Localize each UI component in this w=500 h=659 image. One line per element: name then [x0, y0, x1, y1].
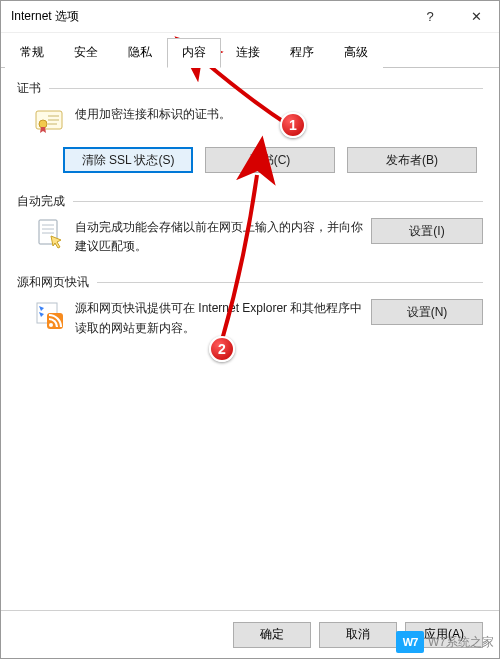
clear-ssl-button[interactable]: 清除 SSL 状态(S) — [63, 147, 193, 173]
titlebar: Internet 选项 ? ✕ — [1, 1, 499, 33]
divider — [73, 201, 483, 202]
help-button[interactable]: ? — [407, 1, 453, 33]
svg-point-1 — [39, 120, 47, 128]
group-title-certificates: 证书 — [17, 80, 41, 97]
window-title: Internet 选项 — [11, 8, 79, 25]
group-autocomplete: 自动完成 自动完成功能会存储以前在网页上输入的内容，并向你建议匹配项。 设置(I… — [17, 193, 483, 256]
tab-content[interactable]: 内容 — [167, 38, 221, 68]
cancel-button[interactable]: 取消 — [319, 622, 397, 648]
certificates-desc: 使用加密连接和标识的证书。 — [75, 105, 483, 124]
apply-button[interactable]: 应用(A) — [405, 622, 483, 648]
tab-privacy[interactable]: 隐私 — [113, 38, 167, 68]
autocomplete-icon — [33, 218, 65, 250]
tab-content-panel: 证书 使用加密连接和标识的证书。 清除 SSL 状态(S) 证书(C) 发布者(… — [1, 68, 499, 610]
tab-advanced[interactable]: 高级 — [329, 38, 383, 68]
divider — [97, 282, 483, 283]
group-feeds: 源和网页快讯 源和网页快讯提供可在 Internet Explorer 和其他程… — [17, 274, 483, 337]
svg-point-11 — [49, 323, 53, 327]
rss-icon — [33, 299, 65, 331]
close-button[interactable]: ✕ — [453, 1, 499, 33]
tab-security[interactable]: 安全 — [59, 38, 113, 68]
feeds-settings-button[interactable]: 设置(N) — [371, 299, 483, 325]
certificate-icon — [33, 105, 65, 137]
tab-programs[interactable]: 程序 — [275, 38, 329, 68]
group-certificates: 证书 使用加密连接和标识的证书。 清除 SSL 状态(S) 证书(C) 发布者(… — [17, 80, 483, 175]
publishers-button[interactable]: 发布者(B) — [347, 147, 477, 173]
certificates-button[interactable]: 证书(C) — [205, 147, 335, 173]
group-title-feeds: 源和网页快讯 — [17, 274, 89, 291]
dialog-footer: 确定 取消 应用(A) — [1, 610, 499, 658]
internet-options-dialog: Internet 选项 ? ✕ 常规 安全 隐私 内容 连接 程序 高级 证书 … — [0, 0, 500, 659]
tab-connections[interactable]: 连接 — [221, 38, 275, 68]
divider — [49, 88, 483, 89]
tab-general[interactable]: 常规 — [5, 38, 59, 68]
feeds-desc: 源和网页快讯提供可在 Internet Explorer 和其他程序中读取的网站… — [75, 299, 371, 337]
group-title-autocomplete: 自动完成 — [17, 193, 65, 210]
autocomplete-desc: 自动完成功能会存储以前在网页上输入的内容，并向你建议匹配项。 — [75, 218, 371, 256]
autocomplete-settings-button[interactable]: 设置(I) — [371, 218, 483, 244]
ok-button[interactable]: 确定 — [233, 622, 311, 648]
tabstrip: 常规 安全 隐私 内容 连接 程序 高级 — [1, 33, 499, 68]
